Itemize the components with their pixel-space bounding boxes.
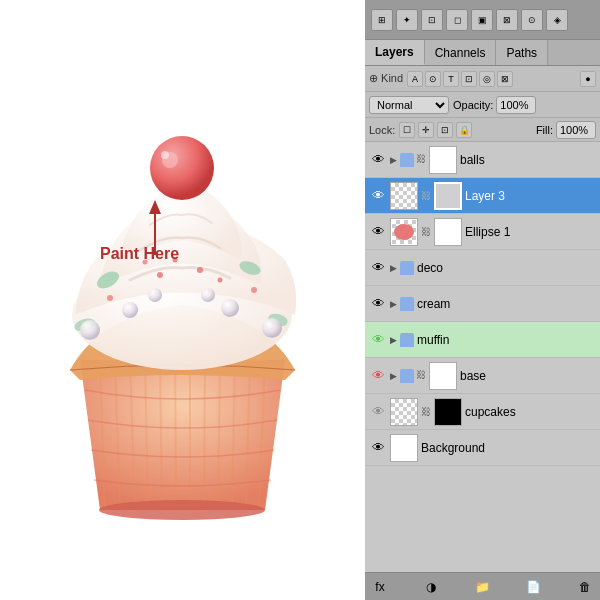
tab-paths[interactable]: Paths xyxy=(496,40,548,65)
name-background: Background xyxy=(421,441,596,455)
filter-icon-6[interactable]: ⊠ xyxy=(497,71,513,87)
layer-item-ellipse1[interactable]: 👁 ⛓ Ellipse 1 xyxy=(365,214,600,250)
toolbar-btn-6[interactable]: ⊠ xyxy=(496,9,518,31)
toolbar-btn-8[interactable]: ◈ xyxy=(546,9,568,31)
lock-icon-pixels[interactable]: ☐ xyxy=(399,122,415,138)
svg-point-22 xyxy=(148,288,162,302)
fill-label: Fill: xyxy=(536,124,553,136)
delete-layer-icon[interactable]: 🗑 xyxy=(576,578,594,596)
svg-point-23 xyxy=(201,288,215,302)
lock-label: Lock: xyxy=(369,124,395,136)
filter-icon-3[interactable]: T xyxy=(443,71,459,87)
svg-point-18 xyxy=(80,320,100,340)
arrow-muffin: ▶ xyxy=(390,335,397,345)
name-cupcakes: cupcakes xyxy=(465,405,596,419)
eye-layer3[interactable]: 👁 xyxy=(369,187,387,205)
arrow-base: ▶ xyxy=(390,371,397,381)
thumb-layer3 xyxy=(390,182,418,210)
thumb-ellipse1 xyxy=(390,218,418,246)
tab-layers[interactable]: Layers xyxy=(365,40,425,65)
svg-point-19 xyxy=(122,302,138,318)
thumb-background xyxy=(390,434,418,462)
eye-cupcakes[interactable]: 👁 xyxy=(369,403,387,421)
lock-icons: ☐ ✛ ⊡ 🔒 xyxy=(399,122,472,138)
fx-icon[interactable]: fx xyxy=(371,578,389,596)
filter-icon-2[interactable]: ⊙ xyxy=(425,71,441,87)
tab-channels[interactable]: Channels xyxy=(425,40,497,65)
link-cupcakes: ⛓ xyxy=(421,406,431,417)
layers-panel: ⊞ ✦ ⊡ ◻ ▣ ⊠ ⊙ ◈ Layers Channels Paths ⊕ … xyxy=(365,0,600,600)
mask-layer3 xyxy=(434,182,462,210)
eye-background[interactable]: 👁 xyxy=(369,439,387,457)
svg-point-25 xyxy=(197,267,203,273)
filter-icon-5[interactable]: ◎ xyxy=(479,71,495,87)
eye-base[interactable]: 👁 xyxy=(369,367,387,385)
filter-toggle[interactable]: ● xyxy=(580,71,596,87)
blend-mode-select[interactable]: Normal Multiply Screen Overlay xyxy=(369,96,449,114)
eye-balls[interactable]: 👁 xyxy=(369,151,387,169)
thumb-cupcakes xyxy=(390,398,418,426)
layer-item-cream[interactable]: 👁 ▶ cream xyxy=(365,286,600,322)
folder-link-balls: ⛓ xyxy=(400,153,426,167)
new-fill-icon[interactable]: ◑ xyxy=(422,578,440,596)
toolbar-btn-7[interactable]: ⊙ xyxy=(521,9,543,31)
opacity-input[interactable] xyxy=(496,96,536,114)
link-layer3: ⛓ xyxy=(421,190,431,201)
layer-item-layer3[interactable]: 👁 ⛓ Layer 3 xyxy=(365,178,600,214)
toolbar-btn-2[interactable]: ✦ xyxy=(396,9,418,31)
arrow-deco: ▶ xyxy=(390,263,397,273)
filter-icons: A ⊙ T ⊡ ◎ ⊠ xyxy=(407,71,513,87)
new-layer-icon[interactable]: 📄 xyxy=(525,578,543,596)
filter-icon-1[interactable]: A xyxy=(407,71,423,87)
name-ellipse1: Ellipse 1 xyxy=(465,225,596,239)
layer-item-muffin[interactable]: 👁 ▶ muffin xyxy=(365,322,600,358)
svg-point-33 xyxy=(161,151,169,159)
link-base: ⛓ xyxy=(416,369,426,383)
svg-line-5 xyxy=(175,360,176,510)
toolbar-btn-3[interactable]: ⊡ xyxy=(421,9,443,31)
name-base: base xyxy=(460,369,596,383)
layers-list: 👁 ▶ ⛓ balls 👁 ⛓ Layer 3 👁 xyxy=(365,142,600,572)
eye-deco[interactable]: 👁 xyxy=(369,259,387,277)
fill-row: Fill: xyxy=(536,121,596,139)
lock-icon-all[interactable]: 🔒 xyxy=(456,122,472,138)
eye-ellipse1[interactable]: 👁 xyxy=(369,223,387,241)
name-muffin: muffin xyxy=(417,333,596,347)
filter-label: ⊕ Kind xyxy=(369,72,403,85)
layer-item-balls[interactable]: 👁 ▶ ⛓ balls xyxy=(365,142,600,178)
canvas-area: Paint Here xyxy=(0,0,365,600)
arrow-cream: ▶ xyxy=(390,299,397,309)
eye-muffin[interactable]: 👁 xyxy=(369,331,387,349)
filter-icon-4[interactable]: ⊡ xyxy=(461,71,477,87)
layer-item-background[interactable]: 👁 Background xyxy=(365,430,600,466)
mask-cupcakes xyxy=(434,398,462,426)
fill-input[interactable] xyxy=(556,121,596,139)
paint-here-label: Paint Here xyxy=(100,245,179,263)
toolbar-top: ⊞ ✦ ⊡ ◻ ▣ ⊠ ⊙ ◈ xyxy=(365,0,600,40)
lock-icon-artboard[interactable]: ⊡ xyxy=(437,122,453,138)
svg-point-30 xyxy=(251,287,257,293)
layer-item-base[interactable]: 👁 ▶ ⛓ base xyxy=(365,358,600,394)
link-ellipse1: ⛓ xyxy=(421,226,431,237)
lock-icon-position[interactable]: ✛ xyxy=(418,122,434,138)
toolbar-btn-5[interactable]: ▣ xyxy=(471,9,493,31)
blend-row: Normal Multiply Screen Overlay Opacity: xyxy=(365,92,600,118)
svg-point-24 xyxy=(157,272,163,278)
mask-base xyxy=(429,362,457,390)
folder-link-base: ⛓ xyxy=(400,369,426,383)
svg-point-20 xyxy=(221,299,239,317)
new-group-icon[interactable]: 📁 xyxy=(474,578,492,596)
folder-icon-muffin xyxy=(400,333,414,347)
svg-point-21 xyxy=(262,318,282,338)
opacity-row: Opacity: xyxy=(453,96,536,114)
layer-item-cupcakes[interactable]: 👁 ⛓ cupcakes xyxy=(365,394,600,430)
paint-annotation: Paint Here xyxy=(100,200,200,263)
filter-row: ⊕ Kind A ⊙ T ⊡ ◎ ⊠ ● xyxy=(365,66,600,92)
toolbar-btn-4[interactable]: ◻ xyxy=(446,9,468,31)
svg-line-7 xyxy=(204,360,205,510)
layer-item-deco[interactable]: 👁 ▶ deco xyxy=(365,250,600,286)
eye-cream[interactable]: 👁 xyxy=(369,295,387,313)
svg-point-27 xyxy=(218,278,223,283)
toolbar-btn-1[interactable]: ⊞ xyxy=(371,9,393,31)
opacity-label: Opacity: xyxy=(453,99,493,111)
